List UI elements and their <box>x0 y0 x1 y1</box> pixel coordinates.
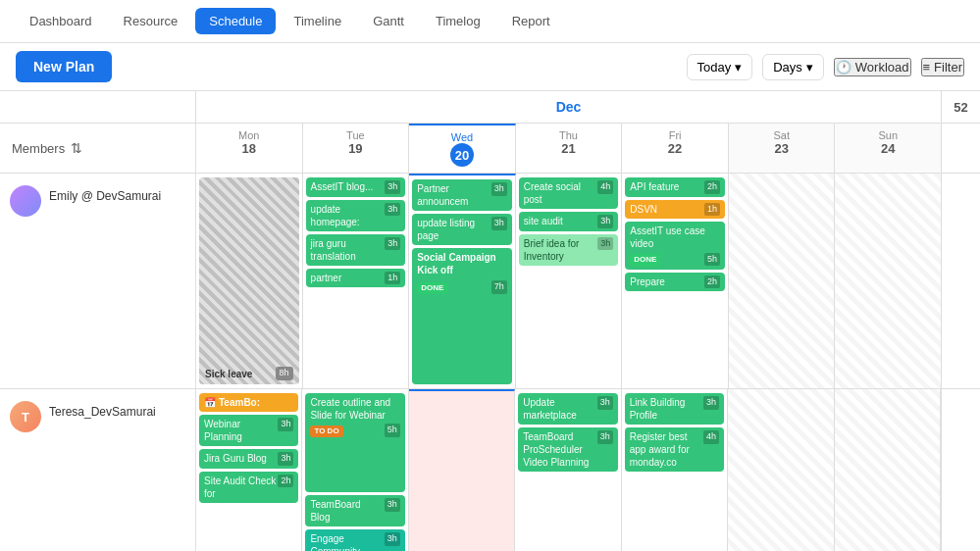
days-button[interactable]: Days ▾ <box>762 54 824 80</box>
task-hours: 2h <box>704 276 720 289</box>
badge-done: DONE <box>417 282 447 294</box>
member-row-teresa: T Teresa_DevSamurai 📅 TeamBo: Webinar Pl… <box>0 389 980 551</box>
task-create-social-post[interactable]: Create social post 4h <box>519 177 619 209</box>
tab-dashboard[interactable]: Dashboard <box>16 8 106 34</box>
day-cell-teresa-sat <box>728 389 834 551</box>
tab-report[interactable]: Report <box>498 8 564 34</box>
day-header-fri: Fri 22 <box>622 124 729 173</box>
today-indicator: 20 <box>450 143 474 167</box>
task-register-best-app[interactable]: Register best app award for monday.co 4h <box>625 427 724 472</box>
task-hours: 8h <box>276 367 293 380</box>
task-teamboard-proscheduler[interactable]: TeamBoard ProScheduler Video Planning 3h <box>518 427 617 472</box>
task-update-homepage[interactable]: update homepage: 3h <box>306 200 406 231</box>
task-hours: 2h <box>704 180 720 194</box>
task-hours: 1h <box>704 203 720 217</box>
task-title: Prepare <box>630 276 665 288</box>
task-title: AssetIT blog... <box>311 180 374 193</box>
task-jira-guru-blog[interactable]: Jira Guru Blog 3h <box>199 449 298 469</box>
chevron-down-icon: ▾ <box>806 60 813 75</box>
task-title: update listing page <box>417 217 490 242</box>
clock-icon: 🕐 <box>836 60 851 75</box>
week-number: 52 <box>941 91 980 123</box>
toolbar: New Plan Today ▾ Days ▾ 🕐 Workload ≡ Fil… <box>0 43 980 91</box>
task-update-listing[interactable]: update listing page 3h <box>412 214 512 245</box>
task-title: Social Campaign Kick off <box>417 252 496 276</box>
task-dsvn[interactable]: DSVN 1h <box>625 200 725 220</box>
task-assetit-blog[interactable]: AssetIT blog... 3h <box>306 177 406 197</box>
tab-schedule[interactable]: Schedule <box>195 8 276 34</box>
task-title: TeamBo: <box>219 396 260 409</box>
task-prepare[interactable]: Prepare 2h <box>625 273 725 292</box>
day-cell-emily-wed: Partner announcem 3h update listing page… <box>409 174 516 388</box>
day-header-mon: Mon 18 <box>196 124 303 173</box>
task-title: Partner announcem <box>417 182 490 208</box>
task-hours: 3h <box>703 396 719 410</box>
task-site-audit[interactable]: site audit 3h <box>519 212 619 231</box>
task-title: DSVN <box>630 203 657 216</box>
task-create-outline[interactable]: Create outline and Slide for Webinar TO … <box>305 393 404 492</box>
task-partner[interactable]: partner 1h <box>306 269 406 288</box>
task-api-feature[interactable]: API feature 2h <box>625 177 725 197</box>
task-title: Jira Guru Blog <box>204 452 267 465</box>
task-engage-community[interactable]: Engage Community 3h <box>305 529 404 551</box>
month-label: Dec <box>196 91 941 123</box>
day-cell-teresa-wed <box>409 389 515 551</box>
avatar-teresa: T <box>10 401 41 432</box>
task-site-audit-check[interactable]: Site Audit Check for 2h <box>199 472 298 503</box>
task-title: jira guru translation <box>311 237 384 263</box>
member-name-emily: Emily @ DevSamurai <box>49 185 161 203</box>
task-assetit-case-video[interactable]: AssetIT use case video DONE 5h <box>625 222 725 269</box>
member-row-emily: Emily @ DevSamurai Sick leave 8h AssetIT… <box>0 174 980 389</box>
workload-label: Workload <box>855 60 909 75</box>
tab-timeline[interactable]: Timeline <box>280 8 355 34</box>
task-hours: 4h <box>703 430 719 444</box>
task-title: Sick leave <box>205 368 252 380</box>
calendar-grid: Dec 52 Members ⇅ Mon 18 Tue 19 Wed 20 Th… <box>0 91 980 551</box>
task-partner-announcem[interactable]: Partner announcem 3h <box>412 179 512 211</box>
tab-resource[interactable]: Resource <box>110 8 192 34</box>
task-teamboard-blog[interactable]: TeamBoard Blog 3h <box>305 495 404 526</box>
day-header-sun: Sun 24 <box>835 124 941 173</box>
task-title: Update marketplace <box>523 396 594 422</box>
task-hours: 3h <box>491 182 507 196</box>
task-hours: 7h <box>491 280 507 294</box>
tab-timelog[interactable]: Timelog <box>422 8 494 34</box>
day-cell-emily-mon: Sick leave 8h <box>196 174 303 388</box>
task-update-marketplace[interactable]: Update marketplace 3h <box>518 393 617 425</box>
task-sick-leave[interactable]: Sick leave 8h <box>199 177 299 384</box>
task-link-building[interactable]: Link Building Profile 3h <box>625 393 724 425</box>
new-plan-button[interactable]: New Plan <box>16 51 112 82</box>
task-title: partner <box>311 272 342 284</box>
task-title: AssetIT use case video <box>630 225 705 249</box>
day-header-thu: Thu 21 <box>516 124 623 173</box>
task-hours: 3h <box>597 237 613 251</box>
member-info-teresa: T Teresa_DevSamurai <box>0 389 196 551</box>
task-hours: 3h <box>385 237 400 251</box>
task-brief-idea[interactable]: Brief idea for Inventory 3h <box>519 234 619 266</box>
task-title: Create outline and Slide for Webinar <box>310 397 390 421</box>
task-title: TeamBoard ProScheduler Video Planning <box>523 430 594 469</box>
task-title: Site Audit Check for <box>204 475 276 500</box>
badge-done2: DONE <box>630 254 660 266</box>
task-jira-guru[interactable]: jira guru translation 3h <box>306 234 406 266</box>
filter-button[interactable]: ≡ Filter <box>921 58 964 76</box>
task-social-campaign[interactable]: Social Campaign Kick off DONE 7h <box>412 248 512 384</box>
tab-gantt[interactable]: Gantt <box>359 8 418 34</box>
task-hours: 3h <box>385 498 400 512</box>
day-cell-emily-thu: Create social post 4h site audit 3h Brie… <box>516 174 623 388</box>
filter-icon: ≡ <box>923 60 931 75</box>
task-title: Webinar Planning <box>204 418 276 443</box>
day-cell-emily-fri: API feature 2h DSVN 1h AssetIT use case … <box>622 174 729 388</box>
task-teamboard-mon[interactable]: 📅 TeamBo: <box>199 393 298 412</box>
filter-label: Filter <box>934 60 962 75</box>
avatar-emily <box>10 185 41 217</box>
workload-button[interactable]: 🕐 Workload <box>834 58 911 76</box>
task-webinar-planning[interactable]: Webinar Planning 3h <box>199 415 298 446</box>
today-button[interactable]: Today ▾ <box>687 54 753 80</box>
task-hours: 5h <box>704 253 720 267</box>
task-title: Register best app award for monday.co <box>630 430 701 469</box>
task-title: Brief idea for Inventory <box>524 237 596 263</box>
day-cell-teresa-tue: Create outline and Slide for Webinar TO … <box>302 389 408 551</box>
day-cell-teresa-mon: 📅 TeamBo: Webinar Planning 3h Jira Guru … <box>196 389 302 551</box>
day-cell-emily-sun <box>835 174 941 388</box>
